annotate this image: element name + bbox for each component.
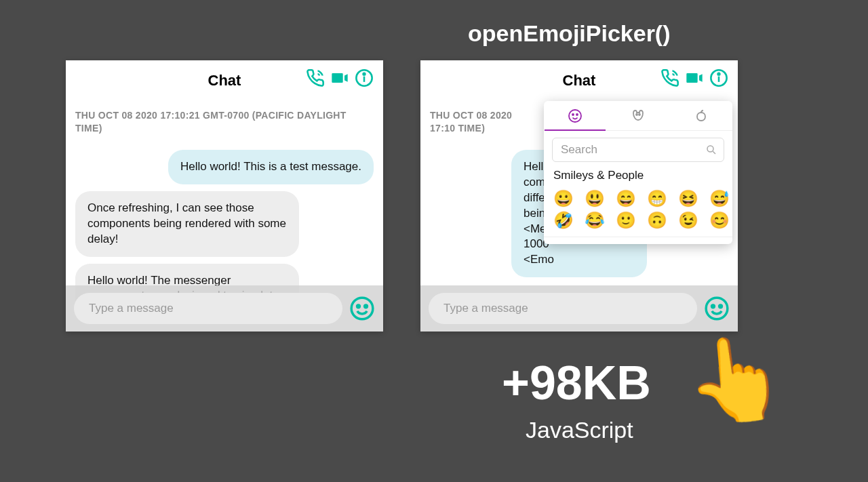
svg-point-10 (572, 114, 574, 115)
emoji-cell[interactable]: 😊 (709, 211, 728, 230)
compose-bar (66, 285, 383, 332)
emoji-search-input[interactable] (552, 138, 724, 162)
svg-point-2 (363, 73, 366, 75)
emoji-cell[interactable]: 🙃 (647, 211, 666, 230)
info-icon[interactable] (355, 68, 374, 87)
emoji-search-wrap (544, 131, 732, 166)
svg-point-18 (719, 305, 722, 308)
svg-point-12 (636, 114, 637, 115)
svg-point-5 (365, 305, 368, 308)
search-icon (705, 144, 717, 156)
emoji-cell[interactable]: 😃 (585, 189, 604, 208)
timestamp: THU OCT 08 2020 17:10:21 GMT-0700 (PACIF… (66, 101, 383, 143)
svg-point-17 (712, 305, 715, 308)
emoji-row: 😀 😃 😄 😁 😆 😅 (544, 188, 732, 209)
message-input[interactable] (429, 293, 697, 324)
emoji-tab-smileys[interactable] (545, 101, 606, 130)
compose-bar (420, 285, 738, 332)
chat-header: Chat (420, 60, 738, 101)
header-actions (660, 68, 728, 87)
chat-screenshot-after: Chat THU OCT 08 2020 17:10 TIME) Hello c… (420, 60, 738, 332)
emoji-picker-tabs (544, 101, 732, 131)
svg-line-15 (713, 151, 715, 154)
svg-point-11 (576, 114, 578, 115)
svg-point-14 (707, 146, 713, 152)
size-label: +98KB (502, 356, 651, 410)
chat-screenshot-before: Chat THU OCT 08 2020 17:10:21 GMT-0700 (… (66, 60, 383, 332)
video-call-icon[interactable] (685, 68, 704, 87)
emoji-cell[interactable]: 😂 (585, 211, 604, 230)
timestamp: THU OCT 08 2020 17:10 TIME) (420, 101, 542, 143)
language-label: JavaScript (526, 417, 633, 443)
chat-title: Chat (563, 72, 596, 89)
emoji-cell[interactable]: 😅 (709, 189, 728, 208)
svg-point-4 (357, 305, 360, 308)
message-bubble-sent: Hello world! This is a test message. (168, 150, 374, 184)
svg-point-3 (351, 298, 373, 319)
emoji-tab-food[interactable] (671, 101, 732, 130)
video-call-icon[interactable] (330, 68, 349, 87)
info-icon[interactable] (709, 68, 728, 87)
svg-point-16 (706, 298, 728, 319)
emoji-cell[interactable]: 🙂 (616, 211, 635, 230)
phone-call-icon[interactable] (660, 68, 679, 87)
emoji-cell[interactable]: 😆 (678, 189, 697, 208)
emoji-picker-button[interactable] (704, 296, 730, 321)
svg-point-13 (639, 114, 640, 115)
chat-title: Chat (208, 72, 241, 89)
header-actions (306, 68, 374, 87)
pointing-hand-emoji: 👆 (681, 328, 791, 432)
message-bubble-received: Once refreshing, I can see those compone… (75, 191, 299, 257)
emoji-cell[interactable]: 😁 (647, 189, 666, 208)
emoji-cell[interactable]: 🤣 (553, 211, 572, 230)
emoji-section-title: Smileys & People (544, 166, 732, 188)
emoji-picker-button[interactable] (349, 296, 375, 321)
emoji-cell[interactable]: 😄 (616, 189, 635, 208)
chat-header: Chat (66, 60, 383, 101)
phone-call-icon[interactable] (306, 68, 325, 87)
headline-text: openEmojiPicker() (468, 20, 671, 47)
emoji-row: 🤣 😂 🙂 🙃 😉 😊 (544, 209, 732, 231)
emoji-cell[interactable]: 😉 (678, 211, 697, 230)
svg-point-9 (569, 110, 581, 122)
message-input[interactable] (74, 293, 342, 324)
emoji-tab-animals[interactable] (608, 101, 669, 130)
emoji-cell[interactable]: 😀 (553, 189, 572, 208)
svg-point-8 (718, 73, 720, 75)
emoji-picker: Smileys & People 😀 😃 😄 😁 😆 😅 🤣 😂 🙂 🙃 😉 😊 (544, 101, 732, 244)
